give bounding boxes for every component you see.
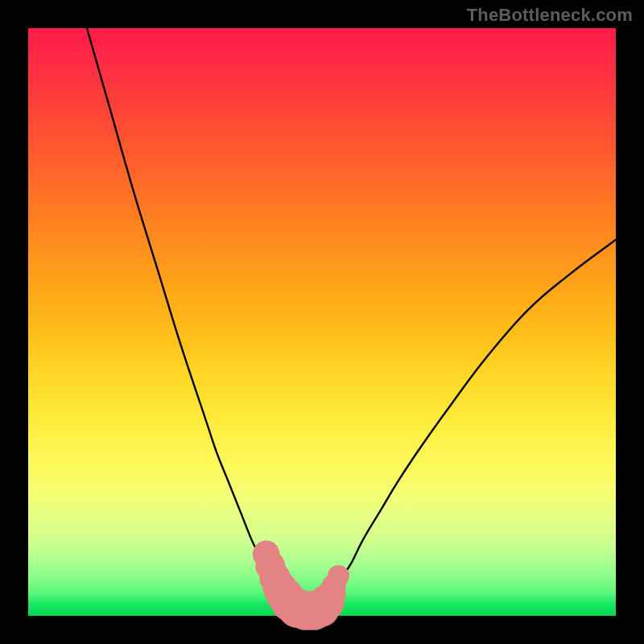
watermark-text: TheBottleneck.com xyxy=(467,5,633,26)
marker-point xyxy=(328,565,349,587)
outer-frame: TheBottleneck.com xyxy=(0,0,644,644)
chart-svg xyxy=(28,28,616,616)
chart-curves xyxy=(87,28,616,630)
plot-area xyxy=(28,28,616,616)
curve-right-curve xyxy=(322,240,616,610)
curve-left-curve xyxy=(87,28,293,610)
